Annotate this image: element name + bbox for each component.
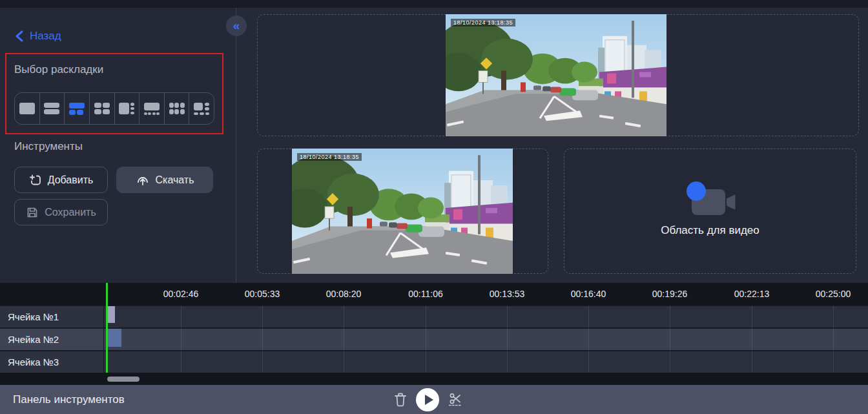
layout-one-top-four-bottom-icon — [143, 101, 160, 116]
layout-option-grid-3x2[interactable] — [165, 93, 190, 124]
empty-cell-label: Область для видео — [661, 224, 760, 237]
trash-icon — [393, 391, 408, 408]
ruler-time-label: 00:19:26 — [652, 289, 688, 299]
play-button[interactable] — [416, 388, 439, 411]
save-floppy-icon — [26, 206, 39, 219]
layout-option-grid-2x2[interactable] — [90, 93, 115, 124]
playhead[interactable] — [106, 283, 108, 373]
track-label-2: Ячейка №2 — [0, 329, 103, 350]
track-lane-1[interactable] — [104, 306, 868, 327]
timeline-gridline — [833, 305, 834, 373]
timeline-scrollbar[interactable] — [0, 373, 868, 385]
save-button-label: Сохранить — [45, 207, 96, 218]
add-button[interactable]: Добавить — [14, 167, 108, 193]
layout-option-one-left-five[interactable] — [189, 93, 214, 124]
video-2-timestamp: 18/10/2024 13:18:35 — [297, 153, 362, 161]
timeline-clip-track-2[interactable] — [107, 329, 121, 347]
timeline-gridline — [344, 305, 344, 373]
back-chevron-icon — [14, 30, 25, 42]
layout-option-one-top-four-bottom[interactable] — [140, 93, 165, 124]
layout-picker — [14, 92, 214, 125]
timeline-gridline — [588, 305, 589, 373]
ruler-time-label: 00:05:33 — [245, 289, 280, 299]
cut-button[interactable] — [447, 391, 464, 408]
ruler-time-label: 00:13:53 — [490, 289, 525, 299]
ruler-time-label: 00:02:46 — [163, 289, 199, 299]
layout-option-one-left-three-right[interactable] — [115, 93, 140, 124]
bottom-toolbar: Панель инструментов — [0, 385, 868, 414]
ruler-time-label: 00:08:20 — [326, 289, 362, 299]
add-icon — [29, 174, 42, 187]
layout-one-left-three-right-icon — [118, 101, 135, 116]
track-lane-2[interactable] — [104, 329, 868, 350]
video-1-timestamp: 18/10/2024 13:18:35 — [451, 19, 515, 26]
ruler-time-label: 00:11:06 — [408, 289, 442, 299]
collapse-chevrons-icon: « — [233, 19, 240, 33]
back-label: Назад — [30, 30, 61, 43]
add-button-label: Добавить — [48, 174, 94, 186]
timeline-ruler[interactable]: 00:02:46 00:05:33 00:08:20 00:11:06 00:1… — [0, 283, 868, 305]
layout-option-two-rows[interactable] — [40, 93, 65, 124]
video-preview-2[interactable]: 18/10/2024 13:18:35 — [292, 149, 513, 274]
timeline-gridline — [670, 305, 670, 373]
toolbar-title: Панель инструментов — [13, 393, 125, 406]
timeline-gridline — [181, 305, 181, 373]
sidebar-divider — [236, 8, 236, 283]
layout-two-rows-icon — [43, 101, 60, 116]
timeline-scrollbar-thumb[interactable] — [107, 377, 140, 382]
ruler-time-label: 00:16:40 — [571, 289, 606, 299]
save-button[interactable]: Сохранить — [14, 199, 108, 225]
layout-grid-2x2-icon — [94, 101, 110, 116]
track-row-3[interactable]: Ячейка №3 — [0, 351, 868, 373]
download-cloud-icon — [136, 174, 150, 187]
video-preview-1[interactable]: 18/10/2024 13:18:35 — [446, 14, 666, 136]
track-lane-3[interactable] — [104, 351, 868, 373]
timeline-clip-track-1[interactable] — [108, 306, 115, 323]
video-camera-icon — [687, 185, 734, 215]
layout-section-title: Выбор раскладки — [14, 63, 103, 76]
track-row-2[interactable]: Ячейка №2 — [0, 329, 868, 350]
top-strip — [0, 0, 868, 8]
collapse-sidebar-button[interactable]: « — [226, 16, 247, 36]
download-button-label: Скачать — [156, 174, 194, 186]
play-icon — [425, 395, 433, 405]
scissors-icon — [447, 391, 464, 408]
track-row-1[interactable]: Ячейка №1 — [0, 306, 868, 327]
track-label-1: Ячейка №1 — [0, 306, 103, 327]
timeline-gridline — [262, 305, 263, 373]
layout-grid-3x2-icon — [169, 101, 185, 116]
sidebar: Назад Выбор раскладки — [0, 8, 236, 283]
timeline-gridline — [426, 305, 426, 373]
delete-button[interactable] — [393, 391, 408, 408]
back-button[interactable]: Назад — [14, 30, 61, 43]
timeline-tracks: Ячейка №1 Ячейка №2 Ячейка №3 — [0, 305, 868, 373]
layout-option-one-top-two-bottom[interactable] — [65, 93, 90, 124]
track-label-3: Ячейка №3 — [0, 351, 103, 373]
ruler-time-label: 00:25:00 — [816, 289, 851, 299]
tools-section-title: Инструменты — [14, 140, 83, 153]
timeline-gridline — [507, 305, 508, 373]
layout-single-icon — [19, 101, 36, 116]
empty-video-area: Область для видео — [564, 149, 856, 273]
preview-cell-3-empty[interactable]: Область для видео — [564, 149, 856, 274]
layout-one-left-five-icon — [193, 101, 210, 116]
timeline-gridline — [752, 305, 752, 373]
download-button[interactable]: Скачать — [116, 167, 213, 193]
layout-option-single[interactable] — [15, 93, 40, 124]
layout-one-top-two-bottom-icon — [68, 101, 85, 116]
ruler-time-label: 00:22:13 — [734, 289, 770, 299]
video-editor-app: Назад Выбор раскладки — [0, 0, 868, 414]
